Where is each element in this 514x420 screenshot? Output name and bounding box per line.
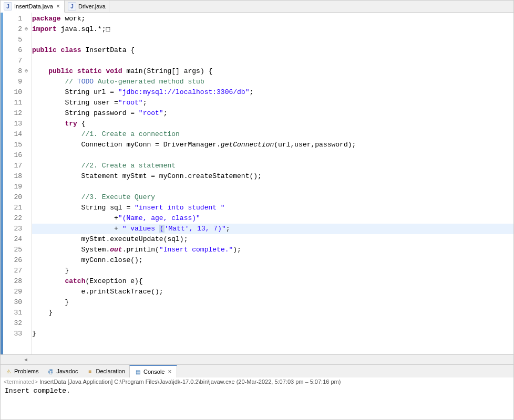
code-line[interactable] [32,182,513,192]
fold-marker [24,56,32,66]
code-line[interactable]: package work; [32,14,513,24]
console-icon: ▤ [134,368,141,375]
editor-tab[interactable]: JInsertData.java× [1,1,65,13]
code-area[interactable]: package work;import java.sql.*;⬚public c… [32,13,513,354]
code-line[interactable] [32,318,513,329]
code-line[interactable]: //3. Execute Query [32,192,513,203]
code-line[interactable]: } [32,308,513,318]
fold-marker [24,276,32,287]
code-line[interactable]: myConn.close(); [32,255,513,266]
line-number: 20 [3,192,24,203]
line-number: 22 [3,213,24,224]
code-line[interactable]: } [32,329,513,339]
line-number: 8 [3,66,24,77]
fold-marker[interactable] [24,24,32,35]
bottom-tab-label: Declaration [96,368,125,374]
code-line[interactable]: } [32,266,513,276]
code-line[interactable]: String sql = "insert into student " [32,203,513,213]
code-line[interactable] [32,150,513,161]
bottom-tab-label: Console [143,369,165,375]
fold-marker [24,318,32,329]
code-line[interactable]: + " values ('Matt', 13, 7)"; [32,224,513,234]
close-icon[interactable]: × [167,368,172,375]
fold-marker-strip[interactable] [24,13,32,354]
fold-marker [24,45,32,56]
fold-marker [24,14,32,24]
line-number: 28 [3,276,24,287]
bottom-tab-problems[interactable]: ⚠Problems [1,365,43,377]
console-text: Insert complete. [5,387,70,395]
code-line[interactable]: String password = "root"; [32,108,513,119]
fold-marker [24,245,32,255]
code-line[interactable]: +"(Name, age, class)" [32,213,513,224]
close-icon[interactable]: × [55,3,61,10]
console-status-line: <terminated> InsertData [Java Applicatio… [1,377,513,386]
code-line[interactable]: public static void main(String[] args) { [32,66,513,77]
fold-marker [24,266,32,276]
tab-label: InsertData.java [14,3,53,9]
bottom-tab-console[interactable]: ▤Console× [129,365,177,377]
line-number: 12 [3,108,24,119]
editor-tab[interactable]: JDriver.java [65,1,109,12]
fold-marker [24,308,32,318]
code-line[interactable]: String user ="root"; [32,98,513,108]
code-line[interactable]: // TODO Auto-generated method stub [32,77,513,87]
fold-marker [24,329,32,339]
fold-marker [24,171,32,182]
line-number: 25 [3,245,24,255]
line-number: 16 [3,150,24,161]
code-line[interactable]: //2. Create a statement [32,161,513,171]
line-number: 32 [3,318,24,329]
code-line[interactable]: //1. Create a connection [32,129,513,140]
line-number: 10 [3,87,24,98]
bottom-tab-declaration[interactable]: ≡Declaration [82,365,129,377]
code-line[interactable]: public class InsertData { [32,45,513,56]
line-number: 26 [3,255,24,266]
line-number: 2 [3,24,24,35]
bottom-tab-label: Javadoc [56,368,78,374]
line-number: 19 [3,182,24,192]
javadoc-icon: @ [47,368,54,375]
java-file-icon: J [68,2,76,10]
bottom-tab-javadoc[interactable]: @Javadoc [43,365,82,377]
console-output[interactable]: Insert complete. [1,386,513,419]
line-number: 5 [3,35,24,45]
problems-icon: ⚠ [5,368,12,375]
code-line[interactable]: Connection myConn = DriverManager.getCon… [32,140,513,150]
line-number: 24 [3,234,24,245]
ide-window: JInsertData.java×JDriver.java 1256789101… [0,0,514,420]
line-number: 14 [3,129,24,140]
fold-marker [24,161,32,171]
code-line[interactable]: try { [32,119,513,129]
fold-marker [24,140,32,150]
fold-marker [24,203,32,213]
console-run-label: InsertData [Java Application] C:\Program… [38,379,341,385]
line-number: 13 [3,119,24,129]
code-line[interactable] [32,56,513,66]
code-line[interactable]: myStmt.executeUpdate(sql); [32,234,513,245]
scroll-left-icon[interactable]: ◀ [22,356,30,363]
fold-marker [24,35,32,45]
fold-marker [24,150,32,161]
code-line[interactable]: } [32,297,513,308]
line-number: 31 [3,308,24,318]
fold-marker [24,234,32,245]
fold-marker[interactable] [24,66,32,77]
horizontal-scrollbar[interactable]: ◀ [1,354,513,364]
line-number: 17 [3,161,24,171]
line-number: 30 [3,297,24,308]
code-editor[interactable]: 1256789101112131415161718192021222324252… [1,13,513,354]
code-line[interactable] [32,35,513,45]
fold-marker [24,182,32,192]
code-line[interactable]: System.out.println("Insert complete."); [32,245,513,255]
code-line[interactable]: catch(Exception e){ [32,276,513,287]
code-line[interactable]: e.printStackTrace(); [32,287,513,297]
code-line[interactable]: String url = "jdbc:mysql://localhost:330… [32,87,513,98]
fold-marker [24,192,32,203]
fold-marker [24,224,32,234]
line-number: 15 [3,140,24,150]
code-line[interactable]: import java.sql.*;⬚ [32,24,513,35]
fold-marker [24,297,32,308]
editor-tabs: JInsertData.java×JDriver.java [1,1,513,13]
code-line[interactable]: Statement myStmt = myConn.createStatemen… [32,171,513,182]
